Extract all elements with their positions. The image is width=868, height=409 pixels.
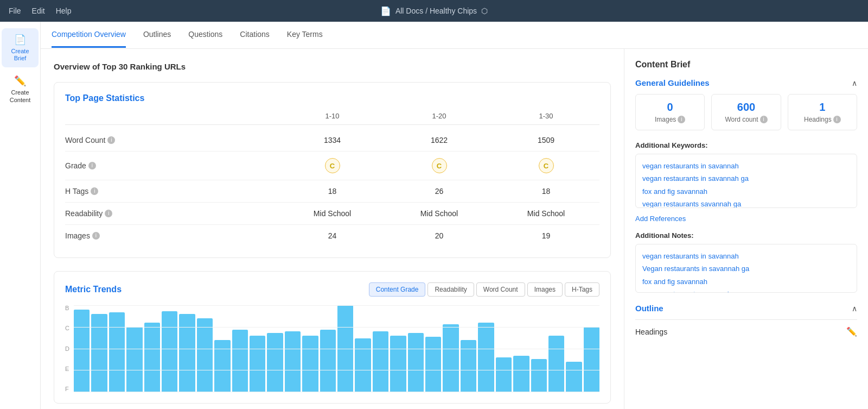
doc-icon: 📄	[380, 6, 391, 16]
stat-val-word-count: 600	[718, 101, 774, 114]
row-val-images-1-30: 19	[493, 231, 599, 240]
col-header-1-30: 1-30	[493, 112, 599, 120]
outline-title: Outline	[635, 304, 663, 313]
stats-row-readability: Readability i Mid School Mid School Mid …	[65, 203, 599, 225]
top-page-stats-title: Top Page Statistics	[65, 93, 599, 103]
notes-box: vegan restaurants in savannahVegan resta…	[635, 244, 857, 293]
tab-key-terms[interactable]: Key Terms	[287, 22, 323, 48]
chart-bar-11	[267, 333, 283, 392]
stats-header: 1-10 1-20 1-30	[65, 112, 599, 125]
stats-row-word-count: Word Count i 1334 1622 1509	[65, 129, 599, 152]
keyword-item: fox and fig savannah	[642, 185, 850, 198]
stat-val-images: 0	[642, 101, 698, 114]
app-layout: 📄 Create Brief ✏️ Create Content Competi…	[0, 22, 868, 409]
chart-bar-21	[443, 324, 458, 392]
additional-keywords-label: Additional Keywords:	[635, 141, 857, 149]
grade-badge-1-10: C	[325, 158, 340, 173]
left-sidebar: 📄 Create Brief ✏️ Create Content	[0, 22, 41, 409]
chart-bar-25	[513, 356, 529, 392]
edit-icon[interactable]: ✏️	[846, 326, 857, 337]
metric-tab-images[interactable]: Images	[527, 282, 563, 297]
chart-bar-9	[232, 330, 248, 392]
chart-bar-4	[144, 323, 160, 392]
chart-bar-24	[496, 357, 512, 392]
chart-bar-13	[302, 336, 318, 392]
grade-badge-1-20: C	[432, 158, 447, 173]
word-count-stat-info-icon[interactable]: i	[760, 116, 768, 123]
col-header-1-10: 1-10	[279, 112, 386, 120]
row-label-h-tags: H Tags i	[65, 187, 279, 196]
chart-wrapper: B C D E F	[65, 305, 599, 392]
readability-info-icon[interactable]: i	[105, 210, 112, 217]
chart-bar-18	[390, 336, 406, 392]
headings-row: Headings ✏️	[635, 319, 857, 343]
row-val-h-tags-1-10: 18	[279, 187, 386, 196]
row-label-grade: Grade i	[65, 161, 279, 170]
chart-bar-22	[461, 340, 476, 392]
breadcrumb: 📄 All Docs / Healthy Chips ⬡	[380, 6, 488, 16]
sidebar-item-create-brief[interactable]: 📄 Create Brief	[2, 28, 39, 67]
stat-val-headings: 1	[795, 101, 850, 114]
note-item: fox and fig savannah	[642, 275, 850, 288]
chart-bar-6	[179, 314, 195, 392]
headings-stat-info-icon[interactable]: i	[833, 116, 841, 123]
word-count-info-icon[interactable]: i	[107, 136, 115, 144]
collapse-icon[interactable]: ∧	[852, 79, 857, 87]
stat-label-images: Images i	[642, 116, 698, 123]
y-label-c: C	[65, 325, 69, 331]
overview-title: Overview of Top 30 Ranking URLs	[54, 62, 611, 71]
outline-section: Outline ∧ Headings ✏️	[635, 304, 857, 343]
metric-tab-word-count[interactable]: Word Count	[476, 282, 525, 297]
general-guidelines-title: General Guidelines	[635, 78, 710, 87]
keywords-box: vegan restaurants in savannahvegan resta…	[635, 154, 857, 208]
chart-bar-26	[531, 359, 547, 392]
row-val-images-1-10: 24	[279, 231, 386, 240]
grade-badge-1-30: C	[539, 158, 554, 173]
outline-collapse-icon[interactable]: ∧	[852, 304, 857, 313]
y-label-d: D	[65, 346, 69, 352]
menu-edit[interactable]: Edit	[32, 7, 45, 15]
metric-tab-h-tags[interactable]: H-Tags	[565, 282, 599, 297]
outline-header: Outline ∧	[635, 304, 857, 313]
general-guidelines-header: General Guidelines ∧	[635, 78, 857, 87]
images-info-icon[interactable]: i	[92, 232, 100, 240]
tab-competition-overview[interactable]: Competition Overview	[52, 22, 126, 48]
stats-row-h-tags: H Tags i 18 26 18	[65, 180, 599, 203]
row-val-h-tags-1-20: 26	[386, 187, 493, 196]
metric-tab-readability[interactable]: Readability	[427, 282, 474, 297]
chart-bar-12	[285, 331, 301, 392]
main-panel: Overview of Top 30 Ranking URLs Top Page…	[41, 49, 624, 409]
tab-citations[interactable]: Citations	[240, 22, 269, 48]
sidebar-create-content-label: Create Content	[6, 89, 34, 103]
chart-bar-14	[320, 330, 336, 392]
menu-help[interactable]: Help	[56, 7, 72, 15]
menu-file[interactable]: File	[9, 7, 21, 15]
images-stat-info-icon[interactable]: i	[678, 116, 685, 123]
tab-outlines[interactable]: Outlines	[143, 22, 171, 48]
create-brief-icon: 📄	[14, 34, 26, 46]
chart-bar-23	[478, 323, 494, 392]
metric-tab-content-grade[interactable]: Content Grade	[369, 282, 426, 297]
row-label-images: Images i	[65, 231, 279, 240]
stats-row-images: Images i 24 20 19	[65, 225, 599, 247]
h-tags-info-icon[interactable]: i	[91, 187, 98, 195]
row-label-word-count: Word Count i	[65, 136, 279, 144]
grid-line-1	[74, 305, 599, 306]
row-val-word-count-1-10: 1334	[279, 136, 386, 144]
row-val-readability-1-20: Mid School	[386, 209, 493, 218]
grade-info-icon[interactable]: i	[88, 162, 96, 169]
tab-questions[interactable]: Questions	[188, 22, 222, 48]
right-panel: Content Brief General Guidelines ∧ 0 Ima…	[624, 49, 868, 409]
add-references-link[interactable]: Add References	[635, 215, 857, 223]
stat-label-headings: Headings i	[795, 116, 850, 123]
main-content: Competition Overview Outlines Questions …	[41, 22, 868, 409]
share-icon[interactable]: ⬡	[481, 7, 488, 15]
y-label-e: E	[65, 366, 69, 372]
sidebar-item-create-content[interactable]: ✏️ Create Content	[2, 70, 39, 109]
y-label-b: B	[65, 305, 69, 311]
metric-tab-group: Content Grade Readability Word Count Ima…	[369, 282, 599, 297]
guideline-stat-word-count: 600 Word count i	[711, 94, 781, 130]
chart-bar-0	[74, 310, 90, 392]
chart-bar-28	[566, 362, 582, 392]
additional-notes-label: Additional Notes:	[635, 231, 857, 240]
